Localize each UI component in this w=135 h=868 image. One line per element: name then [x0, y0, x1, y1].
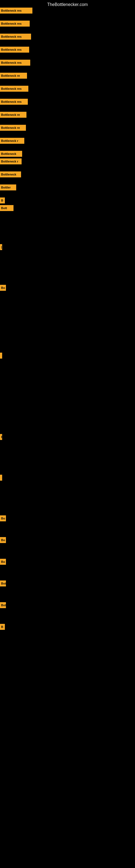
bottleneck-bar-15[interactable]: B	[0, 197, 5, 204]
bottleneck-bar-20[interactable]: B	[0, 434, 2, 440]
bottleneck-bar-6[interactable]: Bottleneck res	[0, 86, 28, 92]
bottleneck-bar-3[interactable]: Bottleneck res	[0, 46, 29, 53]
bottleneck-bar-26[interactable]: Bott	[0, 602, 6, 608]
bottleneck-bar-1[interactable]: Bottleneck res	[0, 21, 30, 27]
bottleneck-bar-19[interactable]	[0, 352, 2, 359]
bottleneck-bar-18[interactable]: Bo	[0, 285, 6, 291]
bottleneck-bar-2[interactable]: Bottleneck res	[0, 34, 31, 40]
bottleneck-bar-21[interactable]	[0, 475, 2, 480]
bottleneck-bar-16[interactable]: Bott	[0, 205, 13, 211]
bottleneck-bar-0[interactable]: Bottleneck res	[0, 8, 32, 13]
bottleneck-bar-8[interactable]: Bottleneck re	[0, 112, 27, 118]
bottleneck-bar-11[interactable]: Bottleneck	[0, 151, 22, 157]
bottleneck-bar-10[interactable]: Bottleneck r	[0, 138, 24, 144]
bottleneck-bar-7[interactable]: Bottleneck res	[0, 99, 28, 105]
bottleneck-bar-24[interactable]: Bo	[0, 559, 6, 565]
bottleneck-bar-4[interactable]: Bottleneck res	[0, 60, 30, 66]
bottleneck-bar-23[interactable]: Bo	[0, 537, 6, 543]
bottleneck-bar-17[interactable]: |	[0, 244, 2, 250]
bottleneck-bar-22[interactable]: Bo	[0, 516, 6, 521]
bottleneck-bar-25[interactable]: Bott	[0, 581, 6, 586]
bottleneck-bar-14[interactable]: Bottler	[0, 184, 16, 190]
bottleneck-bar-13[interactable]: Bottleneck	[0, 172, 21, 177]
bottleneck-bar-12[interactable]: Bottleneck r	[0, 158, 21, 164]
bottleneck-bar-5[interactable]: Bottleneck re	[0, 73, 27, 79]
bottleneck-bar-9[interactable]: Bottleneck re	[0, 125, 26, 131]
bottleneck-bar-27[interactable]: B	[0, 624, 5, 630]
